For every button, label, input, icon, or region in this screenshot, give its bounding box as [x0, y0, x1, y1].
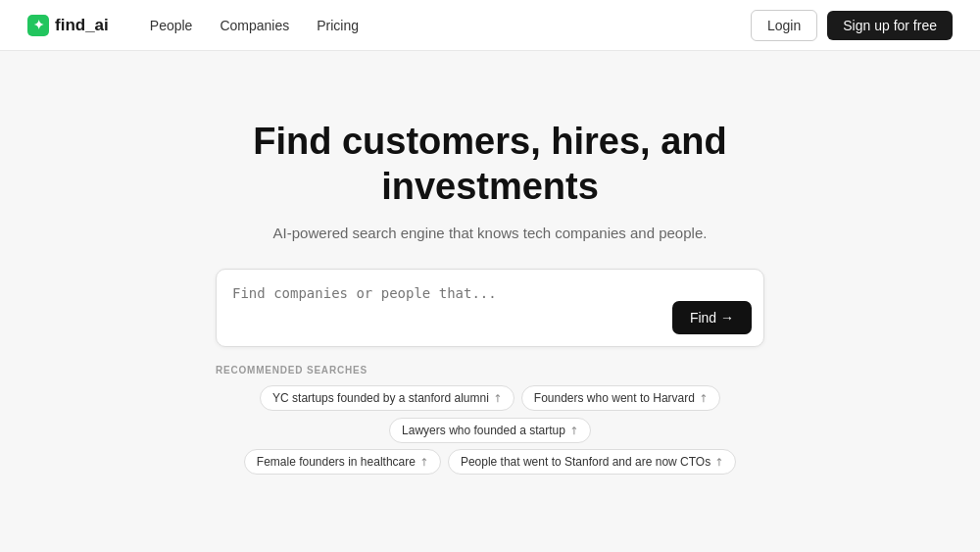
hero-subheading: AI-powered search engine that knows tech… — [20, 225, 960, 241]
tag-stanford-ctos[interactable]: People that went to Stanford and are now… — [448, 449, 736, 475]
nav-link-companies[interactable]: Companies — [206, 12, 303, 39]
tag-arrow-icon: ↗ — [490, 390, 506, 406]
search-input[interactable] — [232, 281, 662, 325]
tag-yc[interactable]: YC startups founded by a stanford alumni… — [260, 385, 514, 411]
navigation: ✦ find_ai People Companies Pricing Login… — [0, 0, 980, 51]
tags-row-2: Female founders in healthcare ↗ People t… — [216, 449, 764, 475]
hero-heading: Find customers, hires, and investments — [245, 120, 735, 209]
nav-links: People Companies Pricing — [136, 12, 751, 39]
hero-section: Find customers, hires, and investments A… — [0, 51, 980, 529]
tag-female-founders[interactable]: Female founders in healthcare ↗ — [244, 449, 441, 475]
nav-actions: Login Sign up for free — [751, 10, 953, 41]
recommended-searches: RECOMMENDED SEARCHES YC startups founded… — [216, 365, 764, 475]
tag-arrow-icon: ↗ — [566, 423, 582, 438]
recommended-label: RECOMMENDED SEARCHES — [216, 365, 764, 376]
tag-lawyers[interactable]: Lawyers who founded a startup ↗ — [389, 418, 591, 443]
login-button[interactable]: Login — [751, 10, 817, 41]
logo-icon: ✦ — [27, 15, 49, 36]
logo-text: find_ai — [55, 16, 109, 35]
nav-link-people[interactable]: People — [136, 12, 207, 39]
tag-arrow-icon: ↗ — [696, 390, 711, 406]
nav-link-pricing[interactable]: Pricing — [303, 12, 372, 39]
signup-button[interactable]: Sign up for free — [827, 11, 953, 40]
logo[interactable]: ✦ find_ai — [27, 15, 109, 36]
tag-arrow-icon: ↗ — [416, 454, 432, 470]
tag-arrow-icon: ↗ — [711, 454, 727, 470]
tag-harvard[interactable]: Founders who went to Harvard ↗ — [521, 385, 720, 411]
search-button[interactable]: Find → — [672, 301, 752, 334]
search-box: Find → — [216, 269, 764, 347]
tags-row-1: YC startups founded by a stanford alumni… — [216, 385, 764, 443]
